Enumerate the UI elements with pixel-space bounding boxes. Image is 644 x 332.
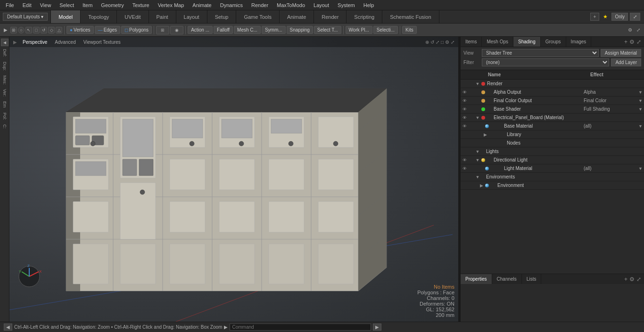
base-shader-effect-arrow[interactable]: ▼ — [638, 107, 644, 112]
tab-items[interactable]: Items — [461, 37, 482, 47]
menu-animate[interactable]: Animate — [189, 1, 215, 9]
tree-row-base-shader[interactable]: 👁 Base Shader Full Shading ▼ — [461, 105, 644, 113]
polygons-btn[interactable]: ◻ Polygons — [121, 26, 152, 34]
viewport[interactable]: ▶ Perspective Advanced Viewport Textures… — [9, 37, 458, 322]
base-shader-eye[interactable]: 👁 — [461, 107, 468, 112]
menu-select[interactable]: Select — [56, 1, 78, 9]
tree-row-lights[interactable]: ▼ Lights — [461, 147, 644, 156]
directional-light-expand[interactable]: ▼ — [475, 158, 480, 162]
left-sidebar-toggle[interactable]: ◀ — [1, 39, 8, 46]
electrical-expand-arrow[interactable]: ▼ — [475, 115, 480, 120]
tab-render[interactable]: Render — [314, 10, 347, 23]
menu-dynamics[interactable]: Dynamics — [216, 1, 247, 9]
perspective-btn[interactable]: Perspective — [21, 39, 49, 45]
tab-images[interactable]: Images — [566, 37, 592, 47]
prop-tab-channels[interactable]: Channels — [492, 274, 522, 284]
viewport-mode-btn[interactable]: ⊞ — [156, 26, 169, 34]
maximize-btn[interactable]: ⤢ — [630, 13, 640, 21]
render-expand-arrow[interactable]: ▼ — [475, 81, 480, 86]
tree-row-library[interactable]: ▶ Library — [461, 130, 644, 139]
tree-row-base-material[interactable]: 👁 Base Material (all) ▼ — [461, 122, 644, 130]
base-material-eye[interactable]: 👁 — [461, 124, 468, 129]
final-color-effect-arrow[interactable]: ▼ — [638, 98, 644, 103]
menu-vertex-map[interactable]: Vertex Map — [154, 1, 188, 9]
tree-row-directional-light[interactable]: 👁 ▼ Directional Light — [461, 156, 644, 164]
toolbar-shape-icon[interactable]: ◇ — [48, 27, 55, 33]
workpl-btn[interactable]: Work Pl... — [346, 26, 372, 34]
selecti-btn[interactable]: Selecti... — [373, 26, 398, 34]
left-label-pol[interactable]: Pol: — [2, 111, 7, 122]
prop-tab-properties[interactable]: Properties — [461, 274, 492, 284]
tab-mesh-ops[interactable]: Mesh Ops — [482, 37, 513, 47]
menu-layout[interactable]: Layout — [310, 1, 333, 9]
meshc-btn[interactable]: Mesh C... — [234, 26, 261, 34]
directional-light-eye[interactable]: 👁 — [461, 158, 468, 162]
prop-add-icon[interactable]: + — [624, 276, 627, 283]
tree-row-light-material[interactable]: 👁 Light Material (all) ▼ — [461, 164, 644, 173]
electrical-eye[interactable]: 👁 — [461, 115, 468, 120]
star-icon[interactable]: ★ — [601, 13, 610, 21]
menu-view[interactable]: View — [36, 1, 55, 9]
toolbar-rotate-icon[interactable]: ↺ — [41, 27, 47, 33]
prop-maximize-icon[interactable]: ⤢ — [636, 276, 641, 283]
assign-material-btn[interactable]: Assign Material — [601, 49, 641, 57]
only-btn[interactable]: Only — [611, 13, 628, 21]
tree-row-final-color[interactable]: 👁 Final Color Output Final Color ▼ — [461, 97, 644, 105]
advanced-btn[interactable]: Advanced — [53, 39, 77, 45]
tab-schematic-fusion[interactable]: Schematic Fusion — [382, 10, 439, 23]
tab-groups[interactable]: Groups — [541, 37, 566, 47]
tree-row-nodes[interactable]: Nodes — [461, 139, 644, 147]
menu-texture[interactable]: Texture — [129, 1, 153, 9]
tab-shading[interactable]: Shading — [513, 37, 541, 47]
left-label-dup[interactable]: Dup: — [2, 60, 7, 73]
render-preview-btn[interactable]: ◉ — [170, 26, 183, 34]
view-select[interactable]: Shader Tree — [482, 49, 599, 57]
toolbar-maximize-icon[interactable]: ⤢ — [635, 26, 642, 34]
left-label-mes[interactable]: Mes: — [2, 73, 7, 87]
menu-maxtomodo[interactable]: MaxToModo — [273, 1, 309, 9]
base-material-effect-arrow[interactable]: ▼ — [638, 124, 644, 129]
toolbar-arrow-icon[interactable]: ↖ — [25, 27, 32, 33]
shader-tree[interactable]: ▼ Render 👁 Alpha Output Alpha ▼ 👁 — [461, 80, 644, 274]
viewport-settings-icon[interactable]: ⚙ — [445, 40, 449, 45]
light-material-effect-arrow[interactable]: ▼ — [638, 166, 644, 171]
edges-btn[interactable]: — Edges — [95, 26, 120, 34]
alpha-effect-arrow[interactable]: ▼ — [638, 90, 644, 95]
tree-row-render[interactable]: ▼ Render — [461, 80, 644, 88]
viewport-nav-icon1[interactable]: ⊕ — [425, 40, 429, 45]
viewport-nav-icon2[interactable]: ↺ — [430, 40, 434, 45]
tree-row-electrical[interactable]: 👁 ▼ Electrical_Panel_Board (Material) — [461, 113, 644, 122]
panel-maximize-icon[interactable]: ⤢ — [636, 39, 641, 45]
default-layouts-btn[interactable]: Default Layouts ▾ — [3, 13, 48, 21]
tree-row-alpha[interactable]: 👁 Alpha Output Alpha ▼ — [461, 88, 644, 97]
select-t-btn[interactable]: Select T... — [314, 26, 341, 34]
toolbar-grid-icon[interactable]: ⊞ — [10, 27, 17, 33]
menu-render[interactable]: Render — [248, 1, 272, 9]
prop-settings-icon[interactable]: ⚙ — [629, 276, 635, 283]
menu-edit[interactable]: Edit — [19, 1, 35, 9]
library-expand-arrow[interactable]: ▶ — [482, 132, 488, 137]
vertices-btn[interactable]: ● Vertices — [66, 26, 94, 34]
viewport-maximize-icon[interactable]: □ — [441, 40, 444, 45]
toolbar-circle-icon[interactable]: ○ — [18, 27, 25, 33]
toolbar-box-icon[interactable]: □ — [33, 27, 40, 33]
viewport-textures-btn[interactable]: Viewport Textures — [82, 39, 123, 45]
environment-expand-arrow[interactable]: ▶ — [479, 183, 484, 188]
left-label-ver[interactable]: Ver: — [2, 87, 7, 98]
viewport-expand-icon[interactable]: ⤢ — [451, 40, 454, 45]
falloff-btn[interactable]: Falloff — [214, 26, 233, 34]
plus-tab-btn[interactable]: + — [590, 13, 600, 21]
menu-geometry[interactable]: Geometry — [97, 1, 127, 9]
action-btn[interactable]: Action ... — [188, 26, 213, 34]
tab-layout[interactable]: Layout — [176, 10, 207, 23]
menu-file[interactable]: File — [2, 1, 18, 9]
filter-select[interactable]: (none) — [482, 58, 609, 66]
tab-topology[interactable]: Topology — [81, 10, 117, 23]
lights-expand-arrow[interactable]: ▼ — [475, 149, 480, 154]
toolbar-settings-icon[interactable]: ⚙ — [626, 26, 634, 34]
panel-add-icon[interactable]: + — [624, 39, 627, 45]
kits-btn[interactable]: Kits — [402, 26, 417, 34]
tree-row-environment[interactable]: ▶ Environment — [461, 181, 644, 190]
panel-settings-icon[interactable]: ⚙ — [629, 39, 635, 45]
tab-model[interactable]: Model — [51, 10, 81, 23]
